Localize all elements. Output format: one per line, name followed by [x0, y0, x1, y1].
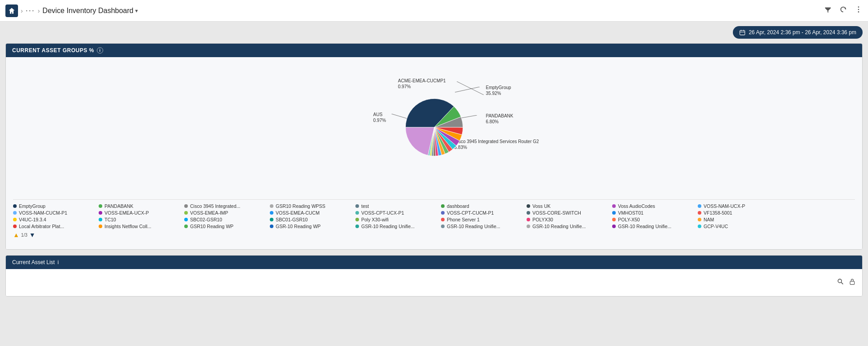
pagination-triangle-up: ▲ — [13, 231, 19, 238]
asset-groups-panel-body: ACME-EMEA-CUCMP1 0.97% AUS 0.97% Emp — [6, 57, 862, 249]
legend-item-voss-core-switch: VOSS-CORE-SWITCH — [527, 210, 603, 216]
date-range-badge[interactable]: 26 Apr, 2024 2:36 pm - 26 Apr, 2024 3:36… — [733, 26, 863, 39]
legend-item-poly-x50: POLY-X50 — [612, 217, 689, 222]
legend-item-voss-emea-ucx: VOSS-EMEA-UCX-P — [99, 210, 175, 216]
pie-label-acme: ACME-EMEA-CUCMP1 0.97% — [398, 78, 446, 90]
legend-item-nam: NAM — [698, 217, 774, 222]
legend-item-emptygroup: EmptyGroup — [13, 203, 90, 209]
legend-item-gsr10-reading-wpss: GSR10 Reading WPSS — [270, 203, 346, 209]
legend-item-gsr10-reading-unifie-4: GSR-10 Reading Unifie... — [612, 224, 689, 229]
legend-item-gsr10-reading-unifie-1: GSR-10 Reading Unifie... — [355, 224, 432, 229]
legend-col-2: PANDABANK VOSS-EMEA-UCX-P TC10 Insights … — [99, 203, 175, 238]
legend-col-4: GSR10 Reading WPSS VOSS-EMEA-CUCM SBC01-… — [270, 203, 346, 238]
asset-groups-info-icon[interactable]: i — [97, 47, 103, 54]
legend-item-voss-nam-ucx: VOSS-NAM-UCX-P — [698, 203, 774, 209]
title-dropdown-arrow[interactable]: ▾ — [135, 8, 138, 14]
pie-chart-container: ACME-EMEA-CUCMP1 0.97% AUS 0.97% Emp — [13, 64, 855, 190]
current-asset-list-title: Current Asset List — [12, 259, 55, 265]
pie-label-aus: AUS 0.97% — [373, 112, 386, 123]
svg-point-0 — [858, 6, 859, 8]
pagination-triangle-down[interactable]: ▼ — [29, 231, 36, 238]
legend-col-7: Voss UK VOSS-CORE-SWITCH POLYX30 GSR-10 … — [527, 203, 603, 238]
nav-right-icons — [824, 5, 863, 16]
legend-item-vmhost01: VMHOST01 — [612, 210, 689, 216]
home-button[interactable] — [5, 4, 18, 17]
legend-item-sbc01-gsr10: SBC01-GSR10 — [270, 217, 346, 222]
filter-icon[interactable] — [824, 5, 832, 16]
pie-label-emptygroup: EmptyGroup 35.92% — [486, 85, 511, 96]
legend-item-voss-emea-imp: VOSS-EMEA-IMP — [184, 210, 261, 216]
legend-item-test: test — [355, 203, 432, 209]
legend-item-voss-emea-cucm: VOSS-EMEA-CUCM — [270, 210, 346, 216]
current-asset-list-header: Current Asset List i — [6, 256, 862, 269]
asset-groups-title: CURRENT ASSET GROUPS % — [12, 47, 94, 54]
legend-item-gsr10-reading-unifie-3: GSR-10 Reading Unifie... — [527, 224, 603, 229]
legend-dot-emptygroup — [13, 204, 17, 208]
svg-point-1 — [858, 9, 859, 10]
legend-item-sbc02-gsr10: SBC02-GSR10 — [184, 217, 261, 222]
legend-col-5: test VOSS-CPT-UCX-P1 Poly X30-wifi GSR-1… — [355, 203, 432, 238]
lock-button[interactable] — [849, 278, 856, 287]
svg-point-9 — [838, 279, 841, 283]
legend-col-9: VOSS-NAM-UCX-P VF1358-5001 NAM GCP-V4UC — [698, 203, 774, 238]
legend-pagination: ▲ 1/3 ▼ — [13, 231, 90, 238]
refresh-icon[interactable] — [839, 5, 847, 16]
main-content: 26 Apr, 2024 2:36 pm - 26 Apr, 2024 3:36… — [0, 22, 868, 346]
search-button[interactable] — [837, 278, 844, 287]
legend-item-polyx30: POLYX30 — [527, 217, 603, 222]
legend-item-gcp-v4uc: GCP-V4UC — [698, 224, 774, 229]
svg-rect-3 — [740, 31, 745, 35]
breadcrumb-chevron-2: › — [38, 7, 40, 14]
current-asset-list-body — [6, 269, 862, 296]
legend-item-local-arb: Local Arbitrator Plat... — [13, 224, 90, 229]
legend-item-pandabank: PANDABANK — [99, 203, 175, 209]
breadcrumb-chevron-1: › — [21, 7, 23, 14]
current-asset-list-panel: Current Asset List i — [5, 255, 863, 297]
date-range-bar: 26 Apr, 2024 2:36 pm - 26 Apr, 2024 3:36… — [5, 26, 863, 39]
legend-item-voss-cpt-cucm: VOSS-CPT-CUCM-P1 — [441, 210, 518, 216]
legend-page-num: 1/3 — [21, 233, 27, 238]
page-title: Device Inventory Dashboard ▾ — [42, 7, 138, 15]
svg-rect-11 — [850, 281, 854, 284]
top-navigation: › ··· › Device Inventory Dashboard ▾ — [0, 0, 868, 22]
current-asset-list-info-icon[interactable]: i — [58, 259, 59, 265]
legend-item-voss-cpt-ucx: VOSS-CPT-UCX-P1 — [355, 210, 432, 216]
legend-item-voss-nam-cucm: VOSS-NAM-CUCM-P1 — [13, 210, 90, 216]
asset-groups-panel-header: CURRENT ASSET GROUPS % i — [6, 44, 862, 57]
legend-item-phone-server: Phone Server 1 — [441, 217, 518, 222]
legend-col-8: Voss AudioCodes VMHOST01 POLY-X50 GSR-10… — [612, 203, 689, 238]
legend-item-insights: Insights Netflow Coll... — [99, 224, 175, 229]
date-range-text: 26 Apr, 2024 2:36 pm - 26 Apr, 2024 3:36… — [749, 29, 856, 36]
legend-item-tc10: TC10 — [99, 217, 175, 222]
chart-legend: EmptyGroup VOSS-NAM-CUCM-P1 V4UC-19.3.4 … — [13, 199, 855, 242]
legend-col-6: dashboard VOSS-CPT-CUCM-P1 Phone Server … — [441, 203, 518, 238]
pie-chart-svg[interactable] — [400, 89, 468, 166]
legend-item-gsr10-reading-wp: GSR10 Reading WP — [184, 224, 261, 229]
legend-item-poly-x30: Poly X30-wifi — [355, 217, 432, 222]
legend-item-vf1358: VF1358-5001 — [698, 210, 774, 216]
legend-col-3: Cisco 3945 Integrated... VOSS-EMEA-IMP S… — [184, 203, 261, 238]
svg-line-10 — [841, 283, 843, 284]
more-options-icon[interactable] — [854, 5, 863, 16]
legend-item-gsr10-reading-unifie-2: GSR-10 Reading Unifie... — [441, 224, 518, 229]
legend-item-cisco-3945: Cisco 3945 Integrated... — [184, 203, 261, 209]
legend-item-dashboard: dashboard — [441, 203, 518, 209]
pie-label-pandabank: PANDABANK 6.80% — [486, 113, 514, 125]
legend-col-1: EmptyGroup VOSS-NAM-CUCM-P1 V4UC-19.3.4 … — [13, 203, 90, 238]
asset-groups-panel: CURRENT ASSET GROUPS % i ACME-EMEA-CUCMP… — [5, 43, 863, 250]
legend-item-v4uc: V4UC-19.3.4 — [13, 217, 90, 222]
legend-item-gsr10-reading-wp-2: GSR-10 Reading WP — [270, 224, 346, 229]
legend-item-voss-audiocodes: Voss AudioCodes — [612, 203, 689, 209]
svg-point-2 — [858, 11, 859, 13]
legend-item-voss-uk: Voss UK — [527, 203, 603, 209]
breadcrumb-ellipsis[interactable]: ··· — [26, 6, 35, 15]
